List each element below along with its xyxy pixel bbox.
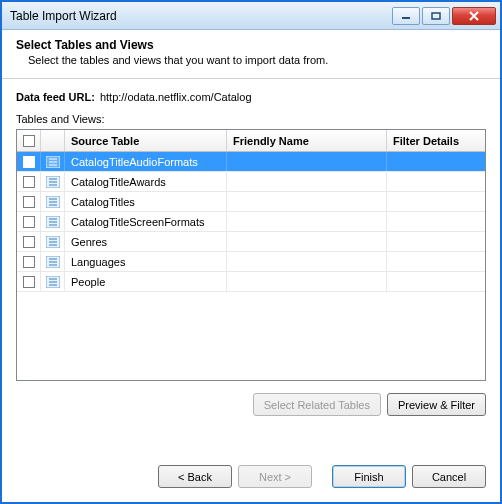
table-row[interactable]: CatalogTitleAudioFormats xyxy=(17,152,485,172)
minimize-button[interactable] xyxy=(392,7,420,25)
row-checkbox[interactable] xyxy=(23,176,35,188)
row-checkbox[interactable] xyxy=(23,196,35,208)
friendly-name-cell[interactable] xyxy=(227,212,387,231)
table-icon xyxy=(46,156,60,168)
wizard-body: Data feed URL: http://odata.netflix.com/… xyxy=(2,79,500,422)
row-checkbox[interactable] xyxy=(23,276,35,288)
row-icon-cell xyxy=(41,172,65,191)
row-checkbox-cell[interactable] xyxy=(17,252,41,271)
filter-details-cell xyxy=(387,232,485,251)
filter-details-cell xyxy=(387,152,485,171)
header-source-table[interactable]: Source Table xyxy=(65,130,227,151)
source-table-cell: Languages xyxy=(65,252,227,271)
row-checkbox-cell[interactable] xyxy=(17,212,41,231)
friendly-name-cell[interactable] xyxy=(227,172,387,191)
preview-filter-button[interactable]: Preview & Filter xyxy=(387,393,486,416)
filter-details-cell xyxy=(387,192,485,211)
table-row[interactable]: Languages xyxy=(17,252,485,272)
table-icon xyxy=(46,216,60,228)
source-table-cell: CatalogTitleAudioFormats xyxy=(65,152,227,171)
table-icon xyxy=(46,176,60,188)
header-icon-cell xyxy=(41,130,65,151)
source-table-cell: CatalogTitleAwards xyxy=(65,172,227,191)
row-icon-cell xyxy=(41,212,65,231)
header-filter-details[interactable]: Filter Details xyxy=(387,130,485,151)
row-icon-cell xyxy=(41,192,65,211)
filter-details-cell xyxy=(387,252,485,271)
friendly-name-cell[interactable] xyxy=(227,252,387,271)
friendly-name-cell[interactable] xyxy=(227,152,387,171)
wizard-header: Select Tables and Views Select the table… xyxy=(2,30,500,79)
cancel-button[interactable]: Cancel xyxy=(412,465,486,488)
wizard-nav: < Back Next > Finish Cancel xyxy=(2,455,500,502)
table-row[interactable]: CatalogTitleScreenFormats xyxy=(17,212,485,232)
friendly-name-cell[interactable] xyxy=(227,192,387,211)
back-button[interactable]: < Back xyxy=(158,465,232,488)
table-icon xyxy=(46,276,60,288)
friendly-name-cell[interactable] xyxy=(227,272,387,291)
tables-views-label: Tables and Views: xyxy=(16,113,486,125)
data-feed-row: Data feed URL: http://odata.netflix.com/… xyxy=(16,91,486,103)
close-button[interactable] xyxy=(452,7,496,25)
table-icon xyxy=(46,256,60,268)
table-icon xyxy=(46,196,60,208)
source-table-cell: CatalogTitles xyxy=(65,192,227,211)
grid-header: Source Table Friendly Name Filter Detail… xyxy=(17,130,485,152)
tables-grid[interactable]: Source Table Friendly Name Filter Detail… xyxy=(16,129,486,381)
row-checkbox[interactable] xyxy=(23,156,35,168)
table-row[interactable]: Genres xyxy=(17,232,485,252)
grid-actions: Select Related Tables Preview & Filter xyxy=(16,393,486,416)
row-icon-cell xyxy=(41,232,65,251)
source-table-cell: People xyxy=(65,272,227,291)
row-checkbox[interactable] xyxy=(23,256,35,268)
window-buttons xyxy=(392,7,496,25)
table-row[interactable]: CatalogTitleAwards xyxy=(17,172,485,192)
row-checkbox-cell[interactable] xyxy=(17,172,41,191)
row-checkbox-cell[interactable] xyxy=(17,232,41,251)
friendly-name-cell[interactable] xyxy=(227,232,387,251)
row-icon-cell xyxy=(41,252,65,271)
filter-details-cell xyxy=(387,172,485,191)
row-icon-cell xyxy=(41,152,65,171)
header-subtitle: Select the tables and views that you wan… xyxy=(28,54,486,66)
svg-rect-1 xyxy=(432,13,440,19)
source-table-cell: CatalogTitleScreenFormats xyxy=(65,212,227,231)
table-row[interactable]: CatalogTitles xyxy=(17,192,485,212)
select-related-tables-button: Select Related Tables xyxy=(253,393,381,416)
source-table-cell: Genres xyxy=(65,232,227,251)
row-checkbox-cell[interactable] xyxy=(17,192,41,211)
row-checkbox-cell[interactable] xyxy=(17,272,41,291)
titlebar: Table Import Wizard xyxy=(2,2,500,30)
row-checkbox[interactable] xyxy=(23,216,35,228)
window-title: Table Import Wizard xyxy=(10,9,392,23)
table-icon xyxy=(46,236,60,248)
filter-details-cell xyxy=(387,212,485,231)
maximize-button[interactable] xyxy=(422,7,450,25)
grid-body: CatalogTitleAudioFormatsCatalogTitleAwar… xyxy=(17,152,485,380)
next-button: Next > xyxy=(238,465,312,488)
filter-details-cell xyxy=(387,272,485,291)
select-all-checkbox[interactable] xyxy=(23,135,35,147)
data-feed-label: Data feed URL: xyxy=(16,91,95,103)
data-feed-url: http://odata.netflix.com/Catalog xyxy=(100,91,252,103)
row-checkbox-cell[interactable] xyxy=(17,152,41,171)
finish-button[interactable]: Finish xyxy=(332,465,406,488)
header-friendly-name[interactable]: Friendly Name xyxy=(227,130,387,151)
table-row[interactable]: People xyxy=(17,272,485,292)
row-icon-cell xyxy=(41,272,65,291)
header-title: Select Tables and Views xyxy=(16,38,486,52)
header-checkbox-cell[interactable] xyxy=(17,130,41,151)
row-checkbox[interactable] xyxy=(23,236,35,248)
